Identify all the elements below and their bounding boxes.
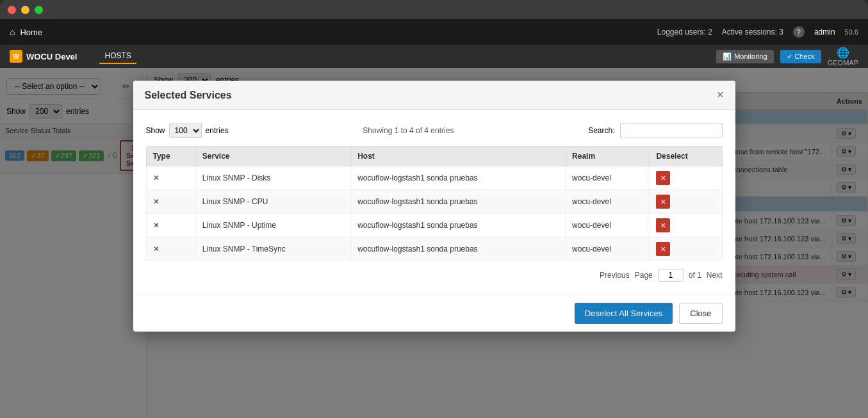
top-nav-left: ⌂ Home	[10, 27, 42, 37]
check-label: Check	[795, 52, 815, 60]
active-sessions: Active sessions: 3	[722, 28, 783, 36]
brand: W WOCU Devel	[10, 50, 77, 63]
row-realm: wocu-devel	[566, 214, 650, 237]
modal-col-deselect: Deselect	[650, 147, 722, 166]
deselect-btn-2[interactable]: ×	[656, 195, 670, 209]
geomap-container: 🌐 GEOMAP	[828, 47, 858, 67]
modal-table: Type Service Host Realm Deselect ✕ Linux…	[146, 146, 723, 261]
row-deselect-cell: ×	[650, 214, 722, 237]
modal-table-controls-right: Search:	[588, 123, 722, 138]
home-icon: ⌂	[10, 27, 15, 37]
modal-close-btn[interactable]: ×	[717, 88, 724, 102]
content-area: -- Select an option -- ✏ ↻ Show 200 entr…	[0, 68, 868, 418]
monitoring-button[interactable]: 📊 Monitoring	[716, 50, 773, 63]
modal-table-row: ✕ Linux SNMP - CPU wocuflow-logstash1 so…	[146, 190, 722, 214]
sub-nav: W WOCU Devel HOSTS 📊 Monitoring ✓ Check …	[0, 45, 868, 68]
monitoring-label: Monitoring	[734, 52, 767, 60]
deselect-btn-1[interactable]: ×	[656, 171, 670, 185]
row-deselect-cell: ×	[650, 237, 722, 261]
close-modal-btn[interactable]: Close	[679, 303, 722, 324]
row-type-icon: ✕	[146, 214, 195, 237]
sub-nav-links: HOSTS	[99, 49, 136, 64]
modal-title: Selected Services	[145, 90, 232, 101]
row-service-name: Linux SNMP - CPU	[195, 190, 350, 214]
row-realm: wocu-devel	[566, 190, 650, 214]
maximize-window-btn[interactable]	[35, 6, 43, 14]
modal-footer: Deselect All Services Close	[133, 294, 735, 332]
row-service-name: Linux SNMP - Uptime	[195, 214, 350, 237]
modal-table-controls: Show 100 entries Showing 1 to 4 of 4 ent…	[146, 123, 723, 138]
modal-col-host: Host	[351, 147, 566, 166]
top-nav-right: Logged users: 2 Active sessions: 3 ? adm…	[657, 26, 858, 38]
row-service-name: Linux SNMP - TimeSync	[195, 237, 350, 261]
row-host-name: wocuflow-logstash1 sonda pruebas	[351, 166, 566, 190]
modal-table-row: ✕ Linux SNMP - Uptime wocuflow-logstash1…	[146, 214, 722, 237]
modal-entries-label: entries	[206, 126, 229, 135]
modal-table-row: ✕ Linux SNMP - TimeSync wocuflow-logstas…	[146, 237, 722, 261]
row-host-name: wocuflow-logstash1 sonda pruebas	[351, 190, 566, 214]
page-input[interactable]	[658, 269, 684, 282]
monitoring-icon: 📊	[723, 52, 732, 61]
check-button[interactable]: ✓ Check	[780, 50, 821, 63]
next-btn[interactable]: Next	[707, 271, 723, 280]
modal-overlay: Selected Services × Show 100 entries	[0, 68, 868, 418]
minimize-window-btn[interactable]	[21, 6, 29, 14]
row-host-name: wocuflow-logstash1 sonda pruebas	[351, 214, 566, 237]
geomap-icon: 🌐	[828, 47, 858, 59]
modal-col-service: Service	[195, 147, 350, 166]
modal-showing-text-container: Showing 1 to 4 of 4 entries	[229, 126, 589, 135]
check-icon: ✓	[787, 52, 792, 61]
previous-btn[interactable]: Previous	[600, 271, 630, 280]
row-realm: wocu-devel	[566, 166, 650, 190]
modal-pagination: Previous Page of 1 Next	[146, 261, 723, 282]
close-window-btn[interactable]	[8, 6, 16, 14]
modal-table-row: ✕ Linux SNMP - Disks wocuflow-logstash1 …	[146, 166, 722, 190]
brand-icon: W	[10, 50, 22, 63]
modal-entries-select[interactable]: 100	[169, 124, 202, 138]
row-type-icon: ✕	[146, 166, 195, 190]
modal-table-controls-left: Show 100 entries	[146, 124, 229, 138]
geomap-label[interactable]: GEOMAP	[828, 59, 858, 67]
window-chrome	[0, 0, 868, 19]
top-nav: ⌂ Home Logged users: 2 Active sessions: …	[0, 19, 868, 45]
modal-showing-text: Showing 1 to 4 of 4 entries	[363, 126, 454, 135]
row-realm: wocu-devel	[566, 237, 650, 261]
brand-label: WOCU Devel	[26, 52, 77, 61]
row-deselect-cell: ×	[650, 190, 722, 214]
modal-show-label: Show	[146, 126, 165, 135]
version-label: 50.6	[845, 28, 858, 36]
selected-services-modal: Selected Services × Show 100 entries	[133, 81, 735, 332]
modal-col-realm: Realm	[566, 147, 650, 166]
home-label[interactable]: Home	[20, 28, 42, 37]
deselect-btn-3[interactable]: ×	[656, 218, 670, 232]
modal-col-type: Type	[146, 147, 195, 166]
logged-users: Logged users: 2	[657, 28, 712, 36]
hosts-nav-link[interactable]: HOSTS	[99, 49, 136, 64]
row-type-icon: ✕	[146, 190, 195, 214]
of-label: of 1	[689, 271, 701, 280]
sub-nav-right: 📊 Monitoring ✓ Check 🌐 GEOMAP	[716, 47, 858, 67]
modal-search-input[interactable]	[620, 123, 723, 138]
modal-body: Show 100 entries Showing 1 to 4 of 4 ent…	[133, 110, 735, 294]
row-service-name: Linux SNMP - Disks	[195, 166, 350, 190]
page-label: Page	[635, 271, 653, 280]
app-container: ⌂ Home Logged users: 2 Active sessions: …	[0, 19, 868, 418]
row-type-icon: ✕	[146, 237, 195, 261]
help-icon: ?	[793, 26, 805, 38]
row-deselect-cell: ×	[650, 166, 722, 190]
deselect-btn-4[interactable]: ×	[656, 242, 670, 256]
admin-label[interactable]: admin	[814, 28, 835, 36]
modal-header: Selected Services ×	[133, 81, 735, 110]
deselect-all-btn[interactable]: Deselect All Services	[575, 303, 673, 324]
modal-search-label: Search:	[588, 126, 614, 135]
row-host-name: wocuflow-logstash1 sonda pruebas	[351, 237, 566, 261]
